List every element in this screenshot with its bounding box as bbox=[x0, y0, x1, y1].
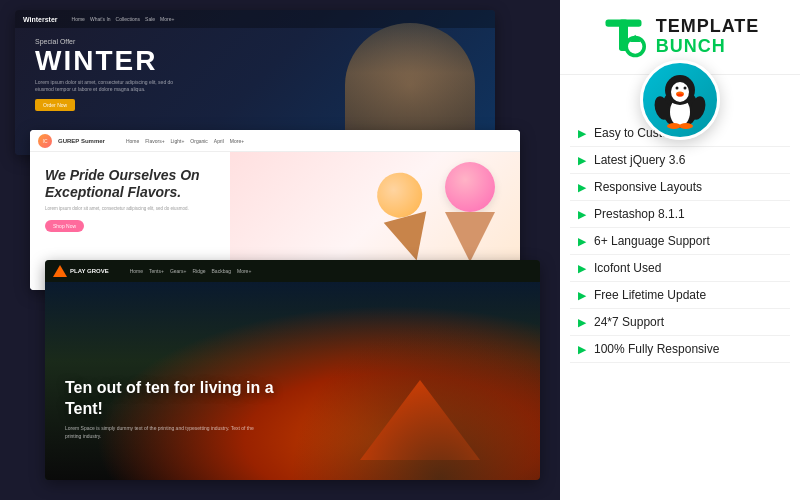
feature-text: Icofont Used bbox=[594, 261, 661, 275]
feature-text: 24*7 Support bbox=[594, 315, 664, 329]
icecream-cone-2 bbox=[369, 167, 441, 267]
feature-arrow-icon: ▶ bbox=[578, 263, 586, 274]
camping-hero-title: Ten out of ten for living in a Tent! bbox=[65, 378, 285, 420]
features-list: ▶Easy to Customize▶Latest jQuery 3.6▶Res… bbox=[560, 120, 800, 363]
icecream-cone-body-2 bbox=[384, 211, 438, 266]
feature-item-6: ▶Icofont Used bbox=[570, 255, 790, 282]
svg-point-17 bbox=[679, 123, 693, 129]
feature-item-9: ▶100% Fully Responsive bbox=[570, 336, 790, 363]
feature-item-4: ▶Prestashop 8.1.1 bbox=[570, 201, 790, 228]
feature-arrow-icon: ▶ bbox=[578, 209, 586, 220]
winter-nav-logo: Winterster bbox=[23, 16, 58, 23]
camping-nav-links: Home Tents+ Gears+ Ridge Backbag More+ bbox=[130, 268, 252, 274]
feature-arrow-icon: ▶ bbox=[578, 236, 586, 247]
winter-nav-links: Home What's In Collections Sale More+ bbox=[72, 16, 175, 22]
camping-hero-area: Ten out of ten for living in a Tent! Lor… bbox=[45, 282, 540, 480]
feature-arrow-icon: ▶ bbox=[578, 155, 586, 166]
feature-text: Free Lifetime Update bbox=[594, 288, 706, 302]
camping-template-preview: PLAY GROVE Home Tents+ Gears+ Ridge Back… bbox=[45, 260, 540, 480]
feature-text: Latest jQuery 3.6 bbox=[594, 153, 685, 167]
feature-arrow-icon: ▶ bbox=[578, 344, 586, 355]
left-panel: Winterster Home What's In Collections Sa… bbox=[0, 0, 560, 500]
winter-hero-content: Special Offer WINTER Lorem ipsum dolor s… bbox=[15, 28, 495, 121]
feature-item-8: ▶24*7 Support bbox=[570, 309, 790, 336]
feature-text: Prestashop 8.1.1 bbox=[594, 207, 685, 221]
icecream-nav-links: Home Flavors+ Light+ Organic April More+ bbox=[126, 138, 244, 144]
icecream-cone-1 bbox=[440, 162, 500, 262]
feature-item-3: ▶Responsive Layouts bbox=[570, 174, 790, 201]
icecream-hero-sub: Lorem ipsum dolor sit amet, consectetur … bbox=[45, 206, 215, 213]
right-panel: TEMPLATE BUNCH bbox=[560, 0, 800, 500]
icecream-nav-logo: IC bbox=[38, 134, 52, 148]
feature-text: Responsive Layouts bbox=[594, 180, 702, 194]
template-bunch-logo bbox=[601, 15, 646, 60]
feature-item-2: ▶Latest jQuery 3.6 bbox=[570, 147, 790, 174]
feature-arrow-icon: ▶ bbox=[578, 128, 586, 139]
feature-arrow-icon: ▶ bbox=[578, 317, 586, 328]
winter-cta-button[interactable]: Order Now bbox=[35, 99, 75, 111]
svg-point-10 bbox=[676, 87, 679, 90]
icecream-cone-body-1 bbox=[445, 212, 495, 262]
camping-hero-sub: Lorem Space is simply dummy text of the … bbox=[65, 425, 265, 440]
icecream-scoop-1 bbox=[445, 162, 495, 212]
winter-hero-text: Lorem ipsum dolor sit amet, consectetur … bbox=[35, 79, 175, 93]
feature-item-5: ▶6+ Language Support bbox=[570, 228, 790, 255]
tent-logo-icon bbox=[53, 265, 67, 277]
mascot-avatar bbox=[640, 60, 720, 140]
icecream-hero-tagline: We Pride Ourselves On Exceptional Flavor… bbox=[45, 167, 215, 201]
icecream-cta-button[interactable]: Shop Now bbox=[45, 220, 84, 232]
svg-point-11 bbox=[684, 87, 687, 90]
feature-arrow-icon: ▶ bbox=[578, 290, 586, 301]
template-bunch-title: TEMPLATE BUNCH bbox=[656, 17, 760, 57]
camping-people-silhouette bbox=[290, 320, 540, 480]
mascot-area bbox=[640, 60, 720, 140]
svg-point-13 bbox=[677, 94, 683, 97]
feature-item-7: ▶Free Lifetime Update bbox=[570, 282, 790, 309]
camping-hero-content: Ten out of ten for living in a Tent! Lor… bbox=[65, 378, 285, 440]
feature-arrow-icon: ▶ bbox=[578, 182, 586, 193]
feature-text: 100% Fully Responsive bbox=[594, 342, 719, 356]
camping-nav-logo: PLAY GROVE bbox=[53, 265, 109, 277]
svg-point-16 bbox=[667, 123, 681, 129]
feature-text: 6+ Language Support bbox=[594, 234, 710, 248]
